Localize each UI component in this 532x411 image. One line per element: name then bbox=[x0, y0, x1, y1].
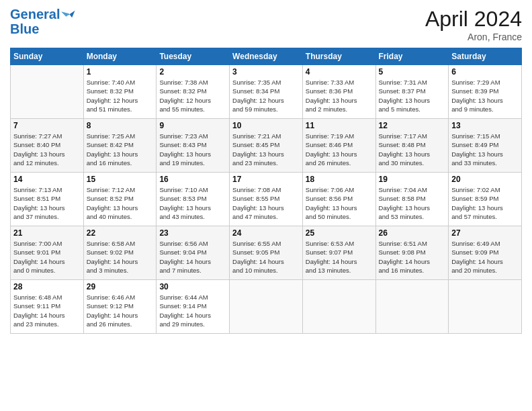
calendar-header-monday: Monday bbox=[83, 48, 157, 65]
calendar-cell: 21Sunrise: 7:00 AM Sunset: 9:01 PM Dayli… bbox=[11, 226, 84, 280]
day-number: 7 bbox=[13, 121, 81, 130]
day-number: 6 bbox=[451, 67, 519, 77]
calendar-cell: 23Sunrise: 6:56 AM Sunset: 9:04 PM Dayli… bbox=[157, 226, 230, 280]
calendar-cell: 9Sunrise: 7:23 AM Sunset: 8:43 PM Daylig… bbox=[157, 119, 230, 173]
calendar-cell: 28Sunrise: 6:48 AM Sunset: 9:11 PM Dayli… bbox=[11, 280, 84, 334]
day-info: Sunrise: 7:08 AM Sunset: 8:55 PM Dayligh… bbox=[232, 185, 300, 221]
day-number: 18 bbox=[306, 175, 373, 184]
calendar-cell: 7Sunrise: 7:27 AM Sunset: 8:40 PM Daylig… bbox=[11, 119, 84, 173]
day-number: 9 bbox=[159, 121, 226, 130]
day-info: Sunrise: 7:15 AM Sunset: 8:49 PM Dayligh… bbox=[451, 132, 519, 167]
day-number: 16 bbox=[159, 175, 226, 184]
calendar-cell: 4Sunrise: 7:33 AM Sunset: 8:36 PM Daylig… bbox=[302, 65, 375, 119]
day-number: 14 bbox=[13, 175, 81, 184]
day-info: Sunrise: 6:53 AM Sunset: 9:07 PM Dayligh… bbox=[306, 239, 373, 275]
day-number: 26 bbox=[379, 228, 446, 238]
calendar-week-0: 1Sunrise: 7:40 AM Sunset: 8:32 PM Daylig… bbox=[11, 65, 522, 119]
day-info: Sunrise: 7:35 AM Sunset: 8:34 PM Dayligh… bbox=[232, 78, 300, 113]
day-info: Sunrise: 7:12 AM Sunset: 8:52 PM Dayligh… bbox=[87, 185, 154, 221]
calendar-cell: 5Sunrise: 7:31 AM Sunset: 8:37 PM Daylig… bbox=[375, 65, 449, 119]
calendar-cell: 18Sunrise: 7:06 AM Sunset: 8:56 PM Dayli… bbox=[302, 173, 375, 226]
day-info: Sunrise: 6:49 AM Sunset: 9:09 PM Dayligh… bbox=[451, 239, 519, 275]
calendar-cell: 29Sunrise: 6:46 AM Sunset: 9:12 PM Dayli… bbox=[83, 280, 157, 334]
calendar-cell bbox=[449, 280, 522, 334]
day-info: Sunrise: 7:06 AM Sunset: 8:56 PM Dayligh… bbox=[306, 185, 373, 221]
day-number: 24 bbox=[232, 228, 300, 238]
calendar-cell: 22Sunrise: 6:58 AM Sunset: 9:02 PM Dayli… bbox=[83, 226, 157, 280]
day-info: Sunrise: 7:17 AM Sunset: 8:48 PM Dayligh… bbox=[379, 132, 446, 167]
day-info: Sunrise: 7:29 AM Sunset: 8:39 PM Dayligh… bbox=[451, 78, 519, 113]
day-number: 20 bbox=[451, 175, 519, 184]
day-number: 28 bbox=[13, 282, 81, 291]
header: General Blue April 2024 Aron, France bbox=[10, 7, 522, 42]
day-info: Sunrise: 6:56 AM Sunset: 9:04 PM Dayligh… bbox=[159, 239, 226, 275]
day-info: Sunrise: 7:00 AM Sunset: 9:01 PM Dayligh… bbox=[13, 239, 81, 275]
calendar-week-2: 14Sunrise: 7:13 AM Sunset: 8:51 PM Dayli… bbox=[11, 173, 522, 226]
logo-text: General bbox=[10, 7, 60, 21]
day-info: Sunrise: 7:31 AM Sunset: 8:37 PM Dayligh… bbox=[379, 78, 446, 113]
day-info: Sunrise: 7:27 AM Sunset: 8:40 PM Dayligh… bbox=[13, 132, 81, 167]
day-number: 2 bbox=[159, 67, 226, 77]
calendar-cell: 16Sunrise: 7:10 AM Sunset: 8:53 PM Dayli… bbox=[157, 173, 230, 226]
day-number: 12 bbox=[379, 121, 446, 130]
calendar-cell: 30Sunrise: 6:44 AM Sunset: 9:14 PM Dayli… bbox=[157, 280, 230, 334]
day-info: Sunrise: 7:21 AM Sunset: 8:45 PM Dayligh… bbox=[232, 132, 300, 167]
day-info: Sunrise: 7:04 AM Sunset: 8:58 PM Dayligh… bbox=[379, 185, 446, 221]
day-number: 23 bbox=[159, 228, 226, 238]
logo-text-blue: Blue bbox=[10, 21, 76, 36]
calendar-week-4: 28Sunrise: 6:48 AM Sunset: 9:11 PM Dayli… bbox=[11, 280, 522, 334]
page: General Blue April 2024 Aron, France Sun… bbox=[0, 0, 532, 411]
day-number: 30 bbox=[159, 282, 226, 291]
logo: General Blue bbox=[10, 7, 76, 36]
calendar-body: 1Sunrise: 7:40 AM Sunset: 8:32 PM Daylig… bbox=[11, 65, 522, 334]
calendar-cell: 3Sunrise: 7:35 AM Sunset: 8:34 PM Daylig… bbox=[230, 65, 303, 119]
calendar-cell: 1Sunrise: 7:40 AM Sunset: 8:32 PM Daylig… bbox=[83, 65, 157, 119]
day-number: 13 bbox=[451, 121, 519, 130]
subtitle: Aron, France bbox=[425, 32, 522, 42]
calendar-cell bbox=[302, 280, 375, 334]
calendar-cell: 15Sunrise: 7:12 AM Sunset: 8:52 PM Dayli… bbox=[83, 173, 157, 226]
day-number: 22 bbox=[87, 228, 154, 238]
calendar-cell bbox=[230, 280, 303, 334]
day-info: Sunrise: 7:10 AM Sunset: 8:53 PM Dayligh… bbox=[159, 185, 226, 221]
calendar-cell: 17Sunrise: 7:08 AM Sunset: 8:55 PM Dayli… bbox=[230, 173, 303, 226]
calendar-cell: 13Sunrise: 7:15 AM Sunset: 8:49 PM Dayli… bbox=[449, 119, 522, 173]
day-number: 5 bbox=[379, 67, 446, 77]
day-number: 1 bbox=[87, 67, 154, 77]
calendar-cell: 20Sunrise: 7:02 AM Sunset: 8:59 PM Dayli… bbox=[449, 173, 522, 226]
day-info: Sunrise: 7:19 AM Sunset: 8:46 PM Dayligh… bbox=[306, 132, 373, 167]
calendar-header-row: SundayMondayTuesdayWednesdayThursdayFrid… bbox=[11, 48, 522, 65]
calendar-cell: 26Sunrise: 6:51 AM Sunset: 9:08 PM Dayli… bbox=[375, 226, 449, 280]
calendar-cell: 14Sunrise: 7:13 AM Sunset: 8:51 PM Dayli… bbox=[11, 173, 84, 226]
calendar-header-tuesday: Tuesday bbox=[157, 48, 230, 65]
day-number: 4 bbox=[306, 67, 373, 77]
calendar-header-sunday: Sunday bbox=[11, 48, 84, 65]
calendar-header-friday: Friday bbox=[375, 48, 449, 65]
day-info: Sunrise: 7:25 AM Sunset: 8:42 PM Dayligh… bbox=[87, 132, 154, 167]
calendar-cell: 10Sunrise: 7:21 AM Sunset: 8:45 PM Dayli… bbox=[230, 119, 303, 173]
calendar-cell: 2Sunrise: 7:38 AM Sunset: 8:32 PM Daylig… bbox=[157, 65, 230, 119]
logo-bird-icon bbox=[61, 7, 76, 21]
day-info: Sunrise: 6:51 AM Sunset: 9:08 PM Dayligh… bbox=[379, 239, 446, 275]
day-info: Sunrise: 6:58 AM Sunset: 9:02 PM Dayligh… bbox=[87, 239, 154, 275]
day-info: Sunrise: 7:13 AM Sunset: 8:51 PM Dayligh… bbox=[13, 185, 81, 221]
calendar-cell bbox=[375, 280, 449, 334]
day-number: 21 bbox=[13, 228, 81, 238]
calendar-header-saturday: Saturday bbox=[449, 48, 522, 65]
day-info: Sunrise: 6:44 AM Sunset: 9:14 PM Dayligh… bbox=[159, 293, 226, 328]
calendar-header-thursday: Thursday bbox=[302, 48, 375, 65]
day-info: Sunrise: 6:48 AM Sunset: 9:11 PM Dayligh… bbox=[13, 293, 81, 328]
day-info: Sunrise: 7:23 AM Sunset: 8:43 PM Dayligh… bbox=[159, 132, 226, 167]
day-number: 15 bbox=[87, 175, 154, 184]
calendar-table: SundayMondayTuesdayWednesdayThursdayFrid… bbox=[10, 48, 522, 334]
calendar-cell: 11Sunrise: 7:19 AM Sunset: 8:46 PM Dayli… bbox=[302, 119, 375, 173]
day-info: Sunrise: 7:33 AM Sunset: 8:36 PM Dayligh… bbox=[306, 78, 373, 113]
calendar-week-1: 7Sunrise: 7:27 AM Sunset: 8:40 PM Daylig… bbox=[11, 119, 522, 173]
day-number: 25 bbox=[306, 228, 373, 238]
day-number: 19 bbox=[379, 175, 446, 184]
day-number: 27 bbox=[451, 228, 519, 238]
calendar-cell: 19Sunrise: 7:04 AM Sunset: 8:58 PM Dayli… bbox=[375, 173, 449, 226]
calendar-cell: 6Sunrise: 7:29 AM Sunset: 8:39 PM Daylig… bbox=[449, 65, 522, 119]
calendar-header-wednesday: Wednesday bbox=[230, 48, 303, 65]
day-info: Sunrise: 6:46 AM Sunset: 9:12 PM Dayligh… bbox=[87, 293, 154, 328]
